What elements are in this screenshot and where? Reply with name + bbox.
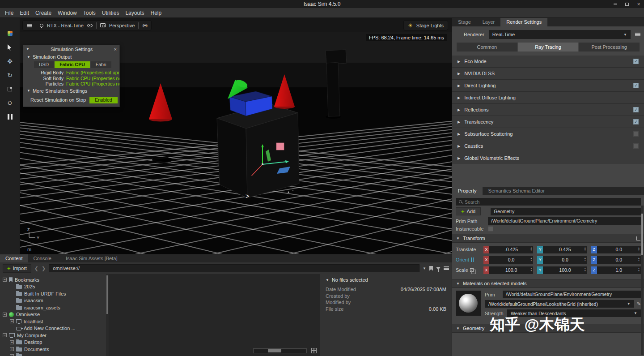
import-button[interactable]: + Import — [3, 264, 31, 273]
render-setting-global-volumetric-effects[interactable]: ▶Global Volumetric Effects — [452, 152, 644, 164]
search-input[interactable] — [465, 199, 638, 205]
renderer-lamp-icon[interactable] — [40, 24, 43, 27]
pause-button[interactable] — [8, 113, 13, 120]
details-header[interactable]: ▼ No files selected — [326, 277, 446, 283]
axis-x-value[interactable]: 100.0 — [489, 266, 533, 274]
instanceable-checkbox[interactable] — [488, 226, 493, 232]
axis-y-field[interactable]: Y100.0▲▼ — [537, 266, 587, 274]
render-setting-eco-mode[interactable]: ▶Eco Mode✓ — [452, 56, 644, 67]
property-scrollbar[interactable] — [641, 206, 644, 355]
prim-path-field[interactable]: /World/defaultGroundPlane/Environment/Ge… — [488, 217, 641, 225]
audio-emitter-icon[interactable]: ((●)) — [142, 23, 147, 27]
stepper-icon[interactable]: ▲▼ — [638, 267, 640, 272]
render-tab-ray-tracing[interactable]: Ray Tracing — [518, 43, 579, 51]
stepper-icon[interactable]: ▲▼ — [584, 257, 586, 262]
expander-icon[interactable]: + — [10, 354, 14, 356]
expand-caret-icon[interactable]: ▶ — [458, 72, 460, 76]
tab-console[interactable]: Console — [28, 254, 57, 262]
setting-checkbox[interactable]: ✓ — [633, 119, 639, 124]
expand-caret-icon[interactable]: ▶ — [458, 96, 460, 100]
setting-checkbox[interactable] — [633, 131, 639, 137]
material-prim-field[interactable]: /World/defaultGroundPlane/Environment/Ge… — [503, 291, 641, 298]
menu-item-create[interactable]: Create — [32, 10, 55, 16]
expand-caret-icon[interactable]: ▶ — [458, 84, 460, 88]
add-button[interactable]: + Add — [456, 207, 481, 215]
menu-item-layouts[interactable]: Layouts — [122, 10, 147, 16]
camera-icon[interactable] — [100, 23, 106, 27]
stepper-icon[interactable]: ▲▼ — [584, 247, 586, 251]
tree-item-my-computer[interactable]: −My Computer — [0, 332, 106, 339]
chevron-down-icon[interactable]: ▼ — [423, 266, 426, 270]
file-grid-area[interactable] — [109, 274, 320, 356]
tree-item-isaacsim[interactable]: isaacsim — [0, 297, 106, 305]
tree-item-add-new-connection[interactable]: Add New Connection ... — [0, 325, 106, 332]
sim-output-fabri-button[interactable]: Fabri — [91, 61, 111, 68]
axis-z-field[interactable]: Z0.0▲▼ — [591, 256, 641, 264]
tab-render-settings[interactable]: Render Settings — [500, 18, 547, 26]
render-setting-reflections[interactable]: ▶Reflections✓ — [452, 104, 644, 116]
back-button[interactable]: ❮ — [34, 266, 38, 271]
sim-output-fabric-cpu-button[interactable]: Fabric CPU — [55, 61, 90, 68]
axis-z-field[interactable]: Z0.0▲▼ — [591, 246, 641, 253]
tree-item-localhost[interactable]: +localhost — [0, 318, 106, 325]
axis-x-value[interactable]: 0.0 — [489, 256, 533, 264]
stepper-icon[interactable]: ▲▼ — [584, 267, 586, 272]
stepper-icon[interactable]: ▲▼ — [530, 267, 532, 272]
axis-x-field[interactable]: X-0.425▲▼ — [483, 246, 533, 253]
expander-icon[interactable]: − — [3, 313, 7, 317]
link-scale-icon[interactable] — [470, 268, 474, 272]
path-breadcrumb-input[interactable] — [49, 264, 419, 272]
expander-icon[interactable]: + — [10, 347, 14, 351]
select-tool-button[interactable] — [8, 43, 13, 51]
tree-item-item[interactable]: + — [0, 353, 106, 356]
move-tool-button[interactable]: ✥ — [7, 57, 13, 65]
camera-dropdown[interactable]: Perspective — [109, 23, 135, 28]
render-tab-common[interactable]: Common — [457, 43, 517, 51]
materials-section-header[interactable]: ▼ Materials on selected models — [452, 279, 644, 288]
collapse-caret-icon[interactable]: ▼ — [456, 282, 460, 286]
stepper-icon[interactable]: ▲▼ — [638, 257, 640, 262]
stepper-icon[interactable]: ▲▼ — [530, 247, 532, 251]
expander-icon[interactable]: − — [3, 333, 7, 337]
collapse-caret-icon[interactable]: ▼ — [326, 278, 329, 282]
list-options-icon[interactable] — [444, 266, 449, 270]
axis-y-value[interactable]: 0.425 — [543, 246, 587, 253]
render-setting-direct-lighting[interactable]: ▶Direct Lighting✓ — [452, 80, 644, 91]
transform-section-header[interactable]: ▼ Transform — [452, 234, 644, 243]
sim-output-section-header[interactable]: ▼ Simulation Output — [23, 53, 119, 60]
axis-y-value[interactable]: 0.0 — [543, 256, 587, 264]
axis-z-value[interactable]: 0.0 — [597, 256, 641, 264]
axis-x-field[interactable]: X100.0▲▼ — [483, 266, 533, 274]
close-button[interactable]: × — [635, 1, 642, 7]
material-preview[interactable] — [456, 291, 481, 316]
stepper-icon[interactable]: ▲▼ — [530, 257, 532, 262]
black-box[interactable] — [217, 103, 299, 198]
horizontal-scrollbar[interactable] — [253, 348, 307, 353]
menu-item-tools[interactable]: Tools — [80, 10, 99, 16]
expand-caret-icon[interactable]: ▶ — [458, 132, 460, 136]
tab-layer[interactable]: Layer — [477, 18, 501, 26]
renderer-dropdown[interactable]: Real-Time ▼ — [489, 30, 631, 39]
menu-item-file[interactable]: File — [2, 10, 17, 16]
scrollbar-thumb[interactable] — [641, 214, 643, 255]
viewport-menu-icon[interactable] — [27, 24, 32, 27]
render-setting-indirect-diffuse-lighting[interactable]: ▶Indirect Diffuse Lighting — [452, 92, 644, 103]
snap-tool-button[interactable]: Ω — [8, 99, 12, 107]
renderer-mode-dropdown[interactable]: RTX - Real-Time — [47, 23, 84, 28]
collapse-caret-icon[interactable]: ▼ — [27, 55, 30, 59]
maximize-button[interactable] — [623, 1, 631, 7]
filter-icon[interactable] — [436, 267, 441, 270]
setting-checkbox[interactable]: ✓ — [633, 83, 639, 88]
menu-item-edit[interactable]: Edit — [17, 10, 32, 16]
sim-more-section-header[interactable]: ▼ More Simulation Settings — [23, 87, 119, 94]
gizmo-plane-xy[interactable] — [276, 143, 284, 150]
axis-z-field[interactable]: Z1.0▲▼ — [591, 266, 641, 274]
render-setting-subsurface-scattering[interactable]: ▶Subsurface Scattering — [452, 128, 644, 140]
scrollbar-thumb[interactable] — [106, 275, 108, 314]
axis-x-field[interactable]: X0.0▲▼ — [483, 256, 533, 264]
tree-item-documents[interactable]: +Documents — [0, 346, 106, 353]
expand-caret-icon[interactable]: ▶ — [458, 60, 460, 64]
axis-z-value[interactable]: 1.0 — [597, 266, 641, 274]
reset-enabled-button[interactable]: Enabled — [89, 97, 118, 103]
chevron-marker[interactable]: > — [246, 192, 250, 200]
